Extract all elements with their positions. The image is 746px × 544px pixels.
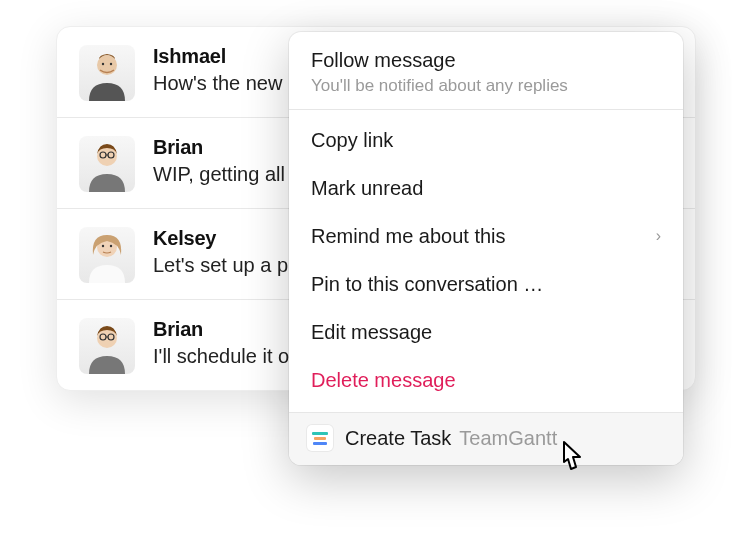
svg-point-2	[110, 63, 112, 65]
menu-item-label: Edit message	[311, 316, 432, 348]
menu-item-follow[interactable]: Follow message You'll be notified about …	[289, 32, 683, 109]
menu-item-create-task[interactable]: Create Task TeamGantt	[289, 413, 683, 465]
avatar	[79, 45, 135, 101]
avatar	[79, 227, 135, 283]
menu-item-edit[interactable]: Edit message	[289, 308, 683, 356]
menu-item-label: Pin to this conversation …	[311, 268, 543, 300]
chevron-right-icon: ›	[656, 223, 661, 249]
app-action-label: Create Task	[345, 427, 451, 450]
menu-item-label: Remind me about this	[311, 220, 506, 252]
menu-group: Copy link Mark unread Remind me about th…	[289, 110, 683, 412]
menu-item-label: Follow message	[311, 46, 661, 74]
svg-point-1	[102, 63, 104, 65]
menu-item-label: Copy link	[311, 124, 393, 156]
teamgantt-icon	[307, 425, 333, 451]
menu-item-subtitle: You'll be notified about any replies	[311, 75, 661, 97]
avatar	[79, 318, 135, 374]
menu-item-label: Delete message	[311, 364, 456, 396]
avatar	[79, 136, 135, 192]
menu-item-remind[interactable]: Remind me about this›	[289, 212, 683, 260]
menu-item-mark-unread[interactable]: Mark unread	[289, 164, 683, 212]
svg-point-8	[102, 245, 104, 247]
menu-item-pin[interactable]: Pin to this conversation …	[289, 260, 683, 308]
context-menu: Follow message You'll be notified about …	[289, 32, 683, 465]
menu-item-copy-link[interactable]: Copy link	[289, 116, 683, 164]
menu-item-label: Mark unread	[311, 172, 423, 204]
app-name: TeamGantt	[459, 427, 557, 450]
menu-item-delete[interactable]: Delete message	[289, 356, 683, 404]
svg-point-9	[110, 245, 112, 247]
